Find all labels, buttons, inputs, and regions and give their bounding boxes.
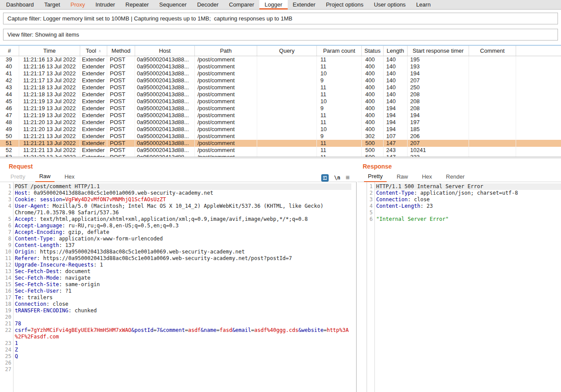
cell-filler: [516, 119, 561, 126]
column-header-path[interactable]: Path: [195, 46, 257, 56]
syntax-segment: :: [59, 281, 65, 287]
table-row[interactable]: 5011:21:21 13 Jul 2022ExtenderPOST0a9500…: [0, 133, 561, 140]
syntax-segment: :: [59, 268, 65, 274]
syntax-segment: 0a9500020413d88ac08c5c1e001a0069.web-sec…: [34, 190, 213, 196]
line-content: Accept-Encoding: gzip, deflate: [15, 229, 351, 236]
cell-path: /post/comment: [195, 140, 257, 147]
syntax-segment: Content-Type: [376, 190, 414, 196]
table-row[interactable]: 4811:21:20 13 Jul 2022ExtenderPOST0a9500…: [0, 119, 561, 126]
table-row[interactable]: 4411:21:18 13 Jul 2022ExtenderPOST0a9500…: [0, 91, 561, 98]
column-header-start-response-timer[interactable]: Start response timer: [408, 46, 469, 56]
syntax-segment: gzip, deflate: [68, 229, 109, 235]
view-filter-bar[interactable]: View filter: Showing all items: [3, 29, 558, 41]
syntax-segment: 78: [15, 321, 21, 327]
response-tab-bar: PrettyRawHexRender: [357, 172, 561, 182]
column-header-length[interactable]: Length: [384, 46, 408, 56]
response-tab-render[interactable]: Render: [442, 173, 469, 182]
column-header-label: Path: [220, 47, 232, 54]
editor-line: 12Upgrade-Insecure-Requests: 1: [0, 262, 351, 268]
capture-filter-bar[interactable]: Capture filter: Logger memory limit set …: [3, 13, 558, 24]
syntax-segment: "Internal Server Error": [376, 216, 449, 222]
editor-line: 3Cookie: session=VgFWy4D2vMfON7vMNMhjQ1S…: [0, 196, 351, 203]
editor-menu-icon[interactable]: ≡: [346, 174, 350, 181]
tab-proxy[interactable]: Proxy: [65, 0, 90, 10]
table-row[interactable]: 5211:21:21 13 Jul 2022ExtenderPOST0a9500…: [0, 147, 561, 154]
editor-line: 1HTTP/1.1 500 Internal Server Error: [367, 183, 561, 190]
cell-param-count: 11: [317, 140, 362, 147]
column-header-comment[interactable]: Comment: [469, 46, 516, 56]
column-header-tool[interactable]: Tool∧: [80, 46, 107, 56]
tab-intruder[interactable]: Intruder: [90, 0, 120, 10]
syntax-segment: Host: [15, 190, 27, 196]
tab-dashboard[interactable]: Dashboard: [1, 0, 39, 10]
tab-comparer[interactable]: Comparer: [224, 0, 259, 10]
table-row[interactable]: 4911:21:20 13 Jul 2022ExtenderPOST0a9500…: [0, 126, 561, 133]
table-row[interactable]: 4111:21:17 13 Jul 2022ExtenderPOST0a9500…: [0, 70, 561, 77]
line-content: [376, 210, 561, 216]
editor-line: 26: [0, 360, 351, 366]
request-tab-bar: PrettyRawHex: [0, 172, 357, 182]
cell-param-count: 11: [317, 91, 362, 98]
line-number: 2: [367, 190, 374, 196]
line-number: 18: [0, 301, 13, 308]
response-tab-hex[interactable]: Hex: [418, 173, 436, 182]
editor-line: 6"Internal Server Error": [367, 216, 561, 223]
tab-repeater[interactable]: Repeater: [120, 0, 154, 10]
table-row[interactable]: 3911:21:16 13 Jul 2022ExtenderPOST0a9500…: [0, 56, 561, 63]
table-row[interactable]: 4611:21:19 13 Jul 2022ExtenderPOST0a9500…: [0, 105, 561, 112]
tab-logger[interactable]: Logger: [259, 0, 287, 10]
table-row[interactable]: 4211:21:17 13 Jul 2022ExtenderPOST0a9500…: [0, 77, 561, 84]
column-header-query[interactable]: Query: [257, 46, 317, 56]
cell-row-id: 50: [0, 133, 19, 140]
tab-extender[interactable]: Extender: [288, 0, 321, 10]
response-tab-pretty[interactable]: Pretty: [364, 172, 387, 182]
table-row[interactable]: 4711:21:19 13 Jul 2022ExtenderPOST0a9500…: [0, 112, 561, 119]
cell-time: 11:21:16 13 Jul 2022: [19, 56, 80, 63]
table-row[interactable]: 4011:21:16 13 Jul 2022ExtenderPOST0a9500…: [0, 63, 561, 70]
table-row[interactable]: 5311:21:22 13 Jul 2022ExtenderPOST0a9500…: [0, 154, 561, 157]
cell-host: 0a9500020413d88...: [135, 112, 195, 119]
line-content: Referer: https://0a9500020413d88ac08c5c1…: [15, 255, 351, 262]
request-tab-raw[interactable]: Raw: [35, 172, 54, 182]
column-header-status[interactable]: Status: [362, 46, 384, 56]
line-number: 11: [0, 255, 13, 262]
request-tab-pretty[interactable]: Pretty: [7, 173, 29, 182]
tab-sequencer[interactable]: Sequencer: [154, 0, 192, 10]
syntax-segment: Q: [15, 353, 18, 359]
syntax-segment: tRANSFER-ENCODING: [15, 308, 68, 314]
cell-query: [257, 140, 317, 147]
tab-project-options[interactable]: Project options: [321, 0, 369, 10]
syntax-segment: Accept-Language: [15, 223, 62, 229]
cell-path: /post/comment: [195, 147, 257, 154]
cell-host: 0a9500020413d88...: [135, 56, 195, 63]
cell-filler: [516, 140, 561, 147]
table-row[interactable]: 4311:21:18 13 Jul 2022ExtenderPOST0a9500…: [0, 84, 561, 91]
request-tab-hex[interactable]: Hex: [61, 173, 78, 182]
tab-target[interactable]: Target: [39, 0, 65, 10]
cell-status: 400: [362, 77, 384, 84]
tab-learn[interactable]: Learn: [411, 0, 436, 10]
cell-param-count: 11: [317, 56, 362, 63]
column-header-time[interactable]: Time: [19, 46, 80, 56]
cell-query: [257, 84, 317, 91]
newline-toggle-icon[interactable]: \n: [334, 175, 340, 181]
column-header-host[interactable]: Host: [135, 46, 195, 56]
response-tab-raw[interactable]: Raw: [393, 173, 412, 182]
pretty-print-icon[interactable]: [321, 174, 329, 182]
cell-query: [257, 77, 317, 84]
table-row[interactable]: 5111:21:21 13 Jul 2022ExtenderPOST0a9500…: [0, 140, 561, 147]
syntax-segment: :: [408, 196, 414, 203]
syntax-segment: :: [21, 294, 27, 301]
cell-length: 194: [384, 119, 408, 126]
request-editor[interactable]: 1POST /post/comment HTTP/1.12Host: 0a950…: [0, 182, 357, 392]
tab-decoder[interactable]: Decoder: [192, 0, 224, 10]
column-header-blank[interactable]: #: [0, 46, 19, 56]
column-header-method[interactable]: Method: [107, 46, 135, 56]
cell-method: POST: [107, 91, 135, 98]
table-row[interactable]: 4511:21:19 13 Jul 2022ExtenderPOST0a9500…: [0, 98, 561, 105]
syntax-segment: same-origin: [65, 281, 100, 287]
tab-user-options[interactable]: User options: [369, 0, 411, 10]
column-header-param-count[interactable]: Param count: [317, 46, 362, 56]
response-editor[interactable]: 1HTTP/1.1 500 Internal Server Error2Cont…: [367, 182, 561, 392]
syntax-segment: Mozilla/5.0 (Macintosh; Intel Mac OS X 1…: [15, 203, 326, 216]
